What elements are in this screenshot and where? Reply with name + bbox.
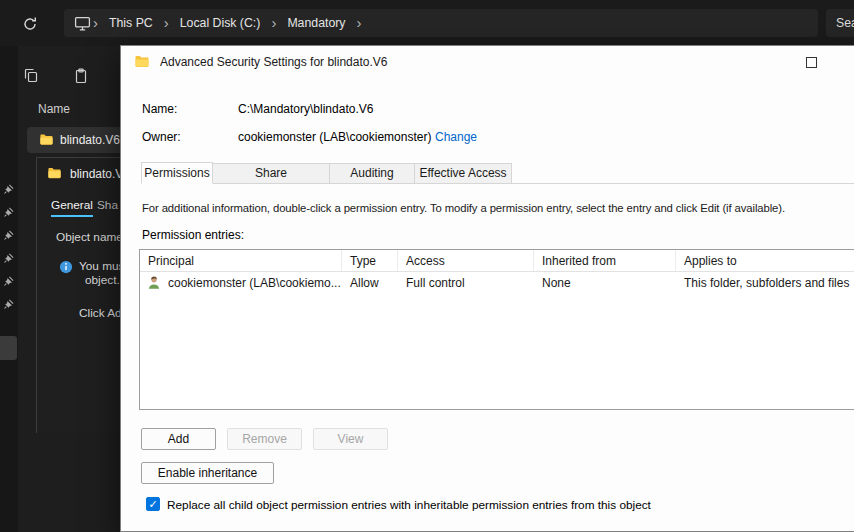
column-header-principal[interactable]: Principal bbox=[140, 250, 342, 271]
address-bar[interactable]: This PC Local Disk (C:) Mandatory bbox=[64, 9, 818, 37]
table-row[interactable]: cookiemonster (LAB\cookiemo... Allow Ful… bbox=[140, 272, 854, 294]
paste-icon bbox=[73, 68, 89, 84]
column-header-access[interactable]: Access bbox=[398, 250, 534, 271]
folder-icon bbox=[47, 166, 62, 181]
pin-icon[interactable] bbox=[3, 227, 15, 239]
table-header-row: Principal Type Access Inherited from App… bbox=[140, 250, 854, 272]
remove-button[interactable]: Remove bbox=[227, 428, 302, 450]
chevron-right-icon bbox=[355, 9, 362, 37]
pin-icon[interactable] bbox=[3, 273, 15, 285]
enable-inheritance-button[interactable]: Enable inheritance bbox=[141, 462, 274, 484]
replace-permissions-checkbox[interactable] bbox=[146, 497, 160, 511]
search-input[interactable]: Sea bbox=[826, 9, 854, 37]
file-row-blindato[interactable]: blindato.V6 bbox=[27, 127, 120, 153]
this-pc-icon bbox=[72, 13, 92, 33]
replace-permissions-label: Replace all child object permission entr… bbox=[167, 498, 651, 512]
pin-icon[interactable] bbox=[3, 296, 15, 308]
permissions-description: For additional information, double-click… bbox=[142, 202, 854, 214]
dialog-titlebar: Advanced Security Settings for blindato.… bbox=[121, 46, 854, 78]
tab-auditing[interactable]: Auditing bbox=[329, 163, 415, 183]
pin-icon[interactable] bbox=[3, 250, 15, 262]
dialog-tabstrip: Permissions Share Auditing Effective Acc… bbox=[141, 162, 854, 184]
name-column-header[interactable]: Name bbox=[38, 102, 70, 116]
refresh-button[interactable] bbox=[21, 15, 39, 33]
cell-type: Allow bbox=[342, 276, 398, 290]
screen: This PC Local Disk (C:) Mandatory Sea Na… bbox=[0, 0, 854, 532]
advanced-security-dialog: Advanced Security Settings for blindato.… bbox=[120, 45, 854, 532]
column-header-applies-to[interactable]: Applies to bbox=[676, 250, 854, 271]
folder-icon bbox=[39, 132, 54, 148]
view-button[interactable]: View bbox=[313, 428, 388, 450]
pin-icon[interactable] bbox=[3, 204, 15, 216]
cell-inherited-from: None bbox=[534, 276, 676, 290]
principal-text: cookiemonster (LAB\cookiemo... bbox=[168, 276, 341, 290]
copy-icon bbox=[23, 67, 39, 83]
tab-share-partial[interactable]: Sha bbox=[97, 198, 118, 212]
dialog-title: Advanced Security Settings for blindato.… bbox=[160, 55, 387, 69]
properties-title-label: blindato.V bbox=[70, 167, 120, 181]
name-label: Name: bbox=[142, 102, 177, 116]
click-text: Click Ad bbox=[79, 306, 120, 320]
tab-general[interactable]: General bbox=[51, 198, 93, 217]
info-text-line2: object. bbox=[85, 273, 120, 287]
tab-share[interactable]: Share bbox=[212, 163, 330, 183]
properties-dialog-partial: blindato.V General Sha Object name You m… bbox=[36, 157, 120, 433]
chevron-right-icon bbox=[92, 9, 99, 37]
breadcrumb-mandatory[interactable]: Mandatory bbox=[277, 16, 355, 30]
rail-selected-item[interactable] bbox=[0, 336, 17, 360]
cell-access: Full control bbox=[398, 276, 534, 290]
tab-effective-access[interactable]: Effective Access bbox=[414, 163, 512, 183]
owner-label: Owner: bbox=[142, 130, 181, 144]
breadcrumb-this-pc[interactable]: This PC bbox=[99, 16, 163, 30]
permission-entries-table: Principal Type Access Inherited from App… bbox=[139, 249, 854, 410]
breadcrumb-local-disk[interactable]: Local Disk (C:) bbox=[170, 16, 271, 30]
column-header-inherited-from[interactable]: Inherited from bbox=[534, 250, 676, 271]
properties-title: blindato.V bbox=[47, 166, 120, 181]
name-value: C:\Mandatory\blindato.V6 bbox=[238, 102, 373, 116]
paste-button[interactable] bbox=[72, 67, 90, 85]
owner-value: cookiemonster (LAB\cookiemonster) bbox=[238, 130, 431, 144]
object-name-label: Object name bbox=[56, 230, 120, 244]
copy-button[interactable] bbox=[22, 66, 40, 84]
cell-principal: cookiemonster (LAB\cookiemo... bbox=[140, 275, 342, 291]
file-name-label: blindato.V6 bbox=[60, 133, 120, 147]
refresh-icon bbox=[22, 16, 38, 32]
tab-permissions[interactable]: Permissions bbox=[141, 162, 213, 184]
chevron-right-icon bbox=[163, 9, 170, 37]
change-owner-link[interactable]: Change bbox=[435, 130, 477, 144]
pin-icon[interactable] bbox=[3, 181, 15, 193]
chevron-right-icon bbox=[270, 9, 277, 37]
cell-applies-to: This folder, subfolders and files bbox=[676, 276, 854, 290]
left-rail bbox=[0, 46, 18, 532]
user-icon bbox=[146, 275, 162, 291]
column-header-type[interactable]: Type bbox=[342, 250, 398, 271]
info-text-line1: You mus bbox=[79, 259, 120, 273]
folder-icon bbox=[134, 54, 150, 70]
add-button[interactable]: Add bbox=[141, 428, 216, 450]
explorer-toolbar: This PC Local Disk (C:) Mandatory Sea bbox=[0, 0, 854, 46]
info-icon bbox=[59, 260, 73, 274]
maximize-button[interactable] bbox=[806, 57, 817, 68]
permission-entries-label: Permission entries: bbox=[142, 228, 244, 242]
